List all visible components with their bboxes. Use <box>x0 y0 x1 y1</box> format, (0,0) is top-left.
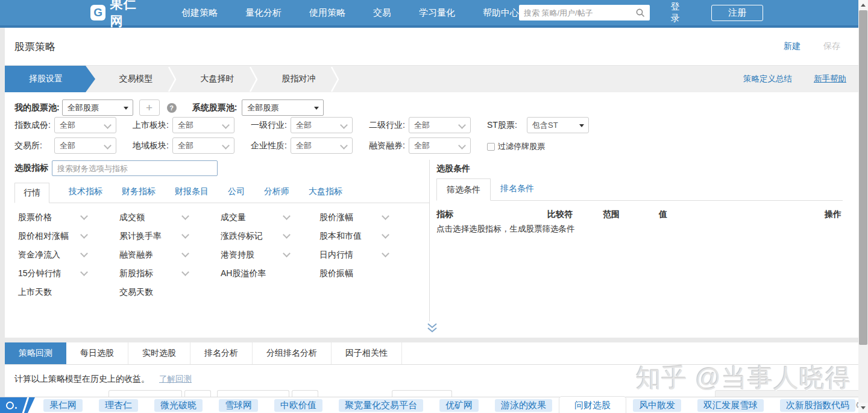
indicator-item[interactable]: 股价相对涨幅 <box>18 227 119 245</box>
cutoff-button[interactable] <box>184 390 211 397</box>
filter-select-value: 全部 <box>60 140 75 151</box>
filter-select[interactable]: 全部 <box>54 137 116 154</box>
indicator-tab[interactable]: 大盘指标 <box>309 186 342 197</box>
indicator-item-label: 股价振幅 <box>319 268 353 279</box>
cutoff-input[interactable] <box>392 390 452 397</box>
indicator-item[interactable]: 资金净流入 <box>18 245 119 264</box>
cutoff-input[interactable] <box>217 390 289 397</box>
bottom-tab[interactable]: 策略回测 <box>5 342 66 364</box>
checkbox-icon[interactable] <box>487 143 495 151</box>
login-link[interactable]: 登录 <box>670 1 688 24</box>
bottom-tab[interactable]: 因子相关性 <box>332 342 402 364</box>
indicator-item[interactable]: 上市天数 <box>18 283 119 301</box>
indicator-item[interactable]: 涨跌停标记 <box>221 227 319 245</box>
step-tabbar: 择股设置 交易模型 大盘择时 股指对冲 <box>5 65 858 92</box>
learn-backtest-link[interactable]: 了解回测 <box>159 374 192 385</box>
nav-item[interactable]: 使用策略 <box>309 7 345 19</box>
indicator-item[interactable]: 成交额 <box>119 208 221 227</box>
add-pool-button[interactable]: + <box>139 99 160 116</box>
footer-logo-icon[interactable] <box>0 397 35 413</box>
filter-select[interactable]: 全部 <box>409 137 471 154</box>
conditions-tab[interactable]: 筛选条件 <box>436 178 491 201</box>
indicator-tab[interactable]: 分析师 <box>264 186 289 197</box>
cutoff-button[interactable] <box>292 390 318 397</box>
indicator-item[interactable]: 股本和市值 <box>319 227 428 245</box>
footer-link[interactable]: 次新股指数代码 <box>780 399 855 412</box>
indicator-item[interactable]: 成交量 <box>221 208 319 227</box>
nav-item[interactable]: 交易 <box>373 7 391 19</box>
indicator-tab[interactable]: 公司 <box>228 186 245 197</box>
step-tab[interactable]: 股指对冲 <box>258 66 339 92</box>
my-pool-select[interactable]: 全部股票 <box>62 99 133 116</box>
step-tab[interactable]: 交易模型 <box>95 66 177 92</box>
indicator-item[interactable]: 融资融券 <box>119 245 221 264</box>
bottom-tab-label: 分组排名分析 <box>266 348 317 359</box>
filter-select[interactable]: 全部 <box>291 117 353 133</box>
filter-select[interactable]: 全部 <box>172 117 234 133</box>
footer-link[interactable]: 理杏仁 <box>99 399 138 412</box>
scrollbar-up-arrow[interactable] <box>858 0 868 10</box>
search-box[interactable] <box>519 5 650 20</box>
search-input[interactable] <box>524 8 637 17</box>
register-button[interactable]: 注册 <box>711 5 763 21</box>
indicator-item[interactable]: 交易天数 <box>119 283 221 301</box>
footer-link[interactable]: 微光破晓 <box>154 399 203 412</box>
footer-link[interactable]: 聚宽量化交易平台 <box>339 399 423 412</box>
nav-item[interactable]: 量化分析 <box>245 7 281 19</box>
nav-item[interactable]: 学习量化 <box>419 7 455 19</box>
conditions-panel: 选股条件 筛选条件排名条件 指标比较符范围值操作 点击选择选股指标，生成股票筛选… <box>429 159 850 235</box>
indicator-item[interactable]: 新股指标 <box>119 264 221 283</box>
filter-select[interactable]: 全部 <box>409 117 471 133</box>
filter-select[interactable]: 全部 <box>54 117 116 133</box>
indicator-search-input[interactable] <box>52 160 218 176</box>
system-pool-select[interactable]: 全部股票 <box>242 99 324 116</box>
footer-link[interactable]: 中欧价值 <box>274 399 322 412</box>
nav-item[interactable]: 创建策略 <box>181 7 218 19</box>
step-tab[interactable]: 大盘择时 <box>177 66 258 92</box>
indicator-tab[interactable]: 技术指标 <box>69 186 102 197</box>
footer-link[interactable]: 雪球网 <box>219 399 258 412</box>
new-button[interactable]: 新建 <box>784 41 800 52</box>
bottom-tab[interactable]: 每日选股 <box>66 342 128 364</box>
filter-select[interactable]: 全部 <box>172 137 234 154</box>
indicator-item[interactable]: AH股溢价率 <box>221 264 319 283</box>
strategy-summary-link[interactable]: 策略定义总结 <box>743 74 792 84</box>
footer-link[interactable]: 双汇发展雪球 <box>697 399 764 412</box>
newbie-help-link[interactable]: 新手帮助 <box>814 74 846 84</box>
scrollbar-down-arrow[interactable] <box>858 403 868 413</box>
help-icon[interactable]: ? <box>167 103 177 113</box>
indicator-picker-row: 选股指标 <box>14 160 218 176</box>
indicator-item[interactable]: 累计换手率 <box>119 227 221 245</box>
filter-select[interactable]: 全部 <box>291 137 353 154</box>
search-icon[interactable] <box>636 8 645 17</box>
conditions-tab[interactable]: 排名条件 <box>500 183 534 194</box>
bottom-tab[interactable]: 排名分析 <box>190 342 253 364</box>
indicator-item[interactable]: 15分钟行情 <box>18 264 119 283</box>
scrollbar-thumb[interactable] <box>859 10 867 345</box>
bottom-tab[interactable]: 分组排名分析 <box>253 342 332 364</box>
nav-item[interactable]: 帮助中心 <box>483 7 519 19</box>
footer-link[interactable]: 优矿网 <box>439 399 479 412</box>
indicator-item[interactable]: 股价涨幅 <box>319 208 428 227</box>
filter-select[interactable]: 包含ST <box>527 117 589 133</box>
footer-link[interactable]: 果仁网 <box>43 399 83 412</box>
indicator-tab[interactable]: 财务指标 <box>122 186 156 197</box>
vertical-scrollbar[interactable] <box>858 0 868 413</box>
indicator-tab[interactable]: 财报条目 <box>175 186 209 197</box>
indicator-item[interactable]: 股票价格 <box>18 208 119 227</box>
footer-link[interactable]: 游泳的效果 <box>495 399 552 412</box>
step-tab[interactable]: 择股设置 <box>5 66 95 92</box>
cutoff-input[interactable] <box>108 390 182 397</box>
collapse-double-chevron-icon[interactable] <box>424 323 440 333</box>
filter-suspended-checkbox[interactable]: 过滤停牌股票 <box>487 141 545 152</box>
chevron-down-icon <box>104 121 112 129</box>
indicator-item[interactable]: 日内行情 <box>319 245 428 264</box>
footer-link[interactable]: 风中散发 <box>633 399 681 412</box>
indicator-item[interactable]: 股价振幅 <box>319 264 428 283</box>
footer-link[interactable]: 问财选股 <box>568 399 617 412</box>
indicator-item[interactable]: 港资持股 <box>221 245 319 264</box>
bottom-tab[interactable]: 实时选股 <box>128 342 190 364</box>
save-button[interactable]: 保存 <box>823 41 840 52</box>
site-logo[interactable]: G 果仁网 <box>90 0 149 30</box>
indicator-tab[interactable]: 行情 <box>14 183 49 203</box>
